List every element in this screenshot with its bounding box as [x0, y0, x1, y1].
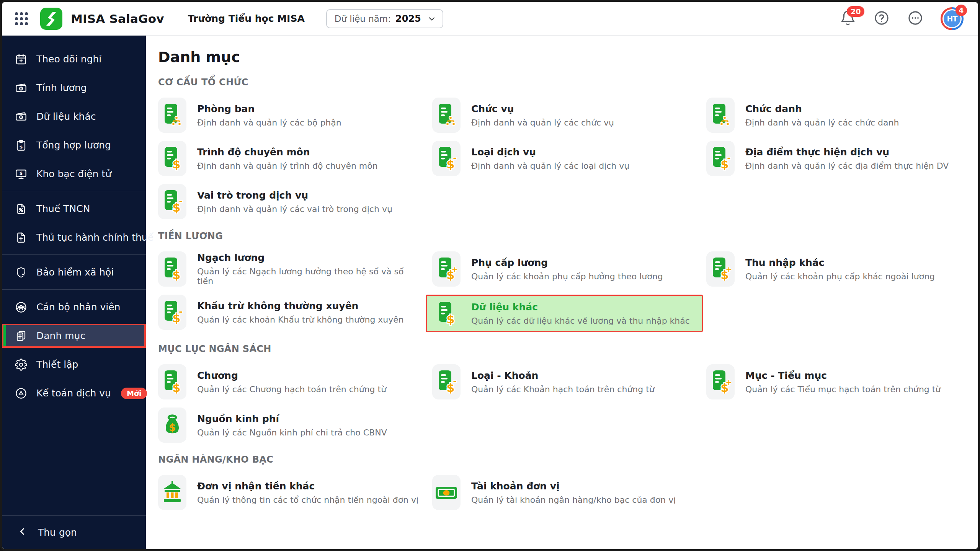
section-grid: Phòng banĐịnh danh và quản lý các bộ phậ…: [158, 98, 978, 219]
doc-dollar-minus-icon: $-: [432, 364, 461, 399]
catalog-item-title: Phòng ban: [197, 103, 341, 114]
catalog-item-description: Quản lý các khoản phụ cấp hưởng theo lươ…: [471, 272, 663, 281]
catalog-item-title: Trình độ chuyên môn: [197, 147, 378, 158]
catalog-item-phu-cap-luong[interactable]: $+Phụ cấp lươngQuản lý các khoản phụ cấp…: [432, 251, 696, 287]
catalog-item-ngach-luong[interactable]: $Ngạch lươngQuản lý các Ngạch lương hưởn…: [158, 251, 422, 287]
doc-dollar-icon: $: [158, 141, 186, 176]
catalog-item-description: Định danh và quản lý trình độ chuyên môn: [197, 161, 378, 171]
svg-text:$: $: [173, 158, 181, 171]
catalog-item-text: Nguồn kinh phíQuản lý các Nguồn kinh phí…: [197, 413, 387, 437]
catalog-item-chuong[interactable]: $ChươngQuản lý các Chương hạch toán trên…: [158, 364, 422, 399]
amis-logo-icon: [15, 387, 27, 399]
catalog-item-muc-tieu-muc[interactable]: $+Mục - Tiểu mụcQuản lý các Tiểu mục hạc…: [706, 364, 970, 399]
catalog-item-description: Định danh và quản lý các chức vụ: [471, 118, 614, 127]
catalog-item-don-vi-nhan-tien-khac[interactable]: Đơn vị nhận tiền khácQuản lý thông tin c…: [158, 475, 422, 510]
section-title: MỤC LỤC NGÂN SÁCH: [158, 344, 978, 354]
doc-dollar-minus-icon: $-: [432, 141, 461, 176]
section-title: TIỀN LƯƠNG: [158, 231, 978, 241]
gear-icon: [15, 359, 27, 371]
svg-text:+: +: [452, 265, 457, 274]
notifications-button[interactable]: 20: [840, 10, 856, 27]
catalog-item-text: Thu nhập khácQuản lý các khoản phụ cấp k…: [745, 257, 935, 281]
collapse-sidebar-button[interactable]: Thu gọn: [2, 515, 146, 549]
catalog-item-nguon-kinh-phi[interactable]: $Nguồn kinh phíQuản lý các Nguồn kinh ph…: [158, 408, 422, 443]
sidebar-item-can-bo-nhan-vien[interactable]: Cán bộ nhân viên: [2, 295, 146, 319]
sidebar-item-kho-bac-dien-tu[interactable]: $Kho bạc điện tử: [2, 162, 146, 186]
avatar[interactable]: HT 4: [941, 7, 964, 30]
doc-dollar-minus-icon: $-: [158, 184, 186, 219]
catalog-item-title: Nguồn kinh phí: [197, 413, 387, 424]
section-muc-luc-ngan-sach: MỤC LỤC NGÂN SÁCH $ChươngQuản lý các Chư…: [158, 344, 978, 443]
svg-text:$: $: [20, 171, 23, 176]
catalog-item-title: Chức danh: [745, 103, 899, 114]
catalog-item-title: Đơn vị nhận tiền khác: [197, 481, 418, 492]
year-selector-value: 2025: [395, 13, 421, 24]
section-co-cau-to-chuc: CƠ CẤU TỔ CHỨC Phòng banĐịnh danh và quả…: [158, 77, 978, 219]
catalog-item-text: Tài khoản đơn vịQuản lý tài khoản ngân h…: [471, 481, 676, 505]
catalog-item-chuc-danh[interactable]: Chức danhĐịnh danh và quản lý các chức d…: [706, 98, 970, 133]
page-title: Danh mục: [158, 49, 978, 65]
sidebar-divider: [2, 289, 146, 290]
catalog-item-loai-dich-vu[interactable]: $-Loại dịch vụĐịnh danh và quản lý các l…: [432, 141, 696, 176]
help-button[interactable]: [873, 10, 890, 27]
main-content: Danh mục CƠ CẤU TỔ CHỨC Phòng banĐịnh da…: [146, 36, 978, 549]
app-grid-icon[interactable]: [13, 11, 29, 27]
catalog-item-text: Mục - Tiểu mụcQuản lý các Tiểu mục hạch …: [745, 370, 941, 394]
sidebar-item-theo-doi-nghi[interactable]: Theo dõi nghỉ: [2, 47, 146, 71]
misa-logo-icon[interactable]: [40, 8, 62, 30]
sidebar-item-label: Danh mục: [36, 330, 85, 341]
sidebar-item-danh-muc[interactable]: Danh mục: [2, 324, 146, 348]
catalog-item-text: Chức vụĐịnh danh và quản lý các chức vụ: [471, 103, 614, 127]
catalog-item-loai-khoan[interactable]: $-Loại - KhoảnQuản lý các Khoản hạch toá…: [432, 364, 696, 399]
sidebar-item-ke-toan-dich-vu[interactable]: Kế toán dịch vụMới: [2, 381, 146, 405]
catalog-item-chuc-vu[interactable]: Chức vụĐịnh danh và quản lý các chức vụ: [432, 98, 696, 133]
sidebar-item-thiet-lap[interactable]: Thiết lập: [2, 352, 146, 377]
catalog-item-title: Khấu trừ không thường xuyên: [197, 300, 404, 311]
year-selector[interactable]: Dữ liệu năm: 2025: [326, 9, 443, 28]
catalog-item-du-lieu-khac[interactable]: $Dữ liệu khácQuản lý các dữ liệu khác về…: [426, 295, 703, 332]
help-icon: [874, 10, 890, 28]
doc-dollar-icon: $: [158, 364, 186, 399]
catalog-item-text: Dữ liệu khácQuản lý các dữ liệu khác về …: [471, 302, 690, 326]
document-plus-icon: [15, 231, 27, 244]
catalog-item-description: Quản lý tài khoản ngân hàng/kho bạc của …: [471, 495, 676, 505]
svg-text:$: $: [20, 143, 23, 149]
app-shell: Theo dõi nghỉTính lươngDữ liệu khác$Tổng…: [2, 36, 978, 549]
catalog-item-tai-khoan-don-vi[interactable]: Tài khoản đơn vịQuản lý tài khoản ngân h…: [432, 475, 696, 510]
catalog-item-vai-tro-trong-dich-vu[interactable]: $-Vai trò trong dịch vụĐịnh danh và quản…: [158, 184, 422, 219]
doc-dollar-minus-icon: $-: [706, 141, 735, 176]
shield-heart-icon: [15, 266, 27, 279]
sidebar: Theo dõi nghỉTính lươngDữ liệu khác$Tổng…: [2, 36, 146, 549]
catalog-item-description: Quản lý các khoản phụ cấp khác ngoài lươ…: [745, 272, 935, 281]
sidebar-item-thue-tncn[interactable]: Thuế TNCN: [2, 197, 146, 221]
sidebar-item-bao-hiem-xa-hoi[interactable]: Bảo hiểm xã hội: [2, 260, 146, 284]
svg-text:$: $: [173, 268, 181, 281]
catalog-item-title: Loại - Khoản: [471, 370, 655, 381]
catalog-item-text: Vai trò trong dịch vụĐịnh danh và quản l…: [197, 190, 392, 214]
catalog-item-dia-diem-thuc-hien-dich-vu[interactable]: $-Địa điểm thực hiện dịch vụĐịnh danh và…: [706, 141, 970, 176]
catalog-item-description: Định danh và quản lý các bộ phận: [197, 118, 341, 127]
doc-dollar-plus-icon: $+: [706, 364, 735, 399]
sidebar-item-tinh-luong[interactable]: Tính lương: [2, 76, 146, 100]
more-button[interactable]: [907, 10, 924, 27]
catalog-item-trinh-do-chuyen-mon[interactable]: $Trình độ chuyên mônĐịnh danh và quản lý…: [158, 141, 422, 176]
catalog-item-thu-nhap-khac[interactable]: $+Thu nhập khácQuản lý các khoản phụ cấp…: [706, 251, 970, 287]
sidebar-item-du-lieu-khac[interactable]: Dữ liệu khác: [2, 104, 146, 129]
header-actions: 20 HT 4: [840, 7, 964, 30]
catalog-item-description: Quản lý các Chương hạch toán trên chứng …: [197, 385, 386, 394]
catalog-item-description: Quản lý các Nguồn kinh phí chi trả cho C…: [197, 428, 387, 437]
catalog-item-description: Định danh và quản lý các loại dịch vụ: [471, 161, 629, 171]
catalog-item-phong-ban[interactable]: Phòng banĐịnh danh và quản lý các bộ phậ…: [158, 98, 422, 133]
app-window: MISA SalaGov Trường Tiểu học MISA Dữ liệ…: [0, 0, 980, 551]
catalog-item-text: Đơn vị nhận tiền khácQuản lý thông tin c…: [197, 481, 418, 505]
notification-badge: 20: [847, 6, 864, 17]
catalog-item-khau-tru-khong-thuong-xuyen[interactable]: $-Khấu trừ không thường xuyênQuản lý các…: [158, 295, 422, 330]
sidebar-divider: [2, 191, 146, 191]
catalog-item-text: Địa điểm thực hiện dịch vụĐịnh danh và q…: [745, 147, 949, 171]
svg-text:-: -: [179, 307, 182, 316]
catalog-item-title: Địa điểm thực hiện dịch vụ: [745, 147, 949, 158]
sidebar-item-label: Thiết lập: [36, 359, 78, 370]
sidebar-item-tong-hop-luong[interactable]: $Tổng hợp lương: [2, 133, 146, 157]
catalog-item-title: Tài khoản đơn vị: [471, 481, 676, 492]
sidebar-item-thu-tuc-hanh-chinh-thue[interactable]: Thủ tục hành chính thuế: [2, 225, 146, 249]
